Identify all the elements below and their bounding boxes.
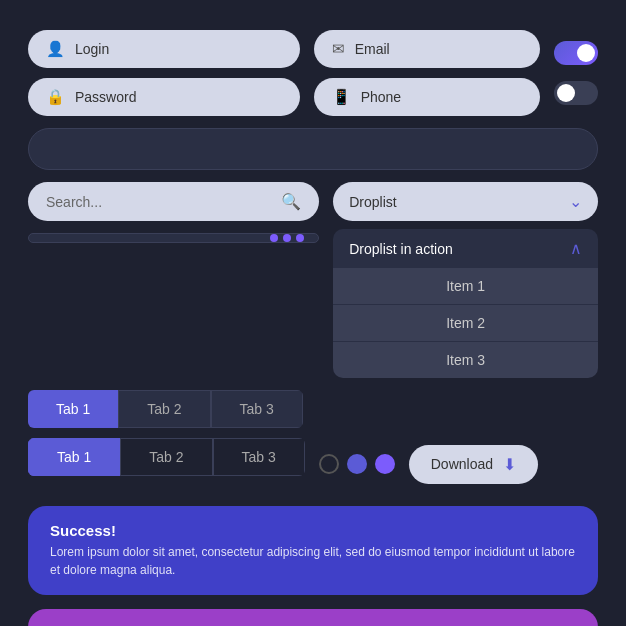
droplist-open: Droplist in action ∧ Item 1 Item 2 Item …: [333, 229, 598, 378]
progress-bar: [28, 233, 319, 243]
tabs-row-1: Tab 1 Tab 2 Tab 3: [28, 390, 303, 428]
tab-1-btn[interactable]: Tab 1: [28, 390, 118, 428]
phone-input[interactable]: 📱 Phone: [314, 78, 540, 116]
droplist-items: Item 1 Item 2 Item 3: [333, 268, 598, 378]
phone-label: Phone: [361, 89, 401, 105]
user-icon: 👤: [46, 40, 65, 58]
radio-group: [319, 454, 395, 474]
tab2-2-btn[interactable]: Tab 2: [120, 438, 212, 476]
dots-menu[interactable]: [270, 234, 304, 242]
success-body: Lorem ipsum dolor sit amet, consectetur …: [50, 543, 576, 579]
tab-2-btn[interactable]: Tab 2: [118, 390, 210, 428]
dot-2: [283, 234, 291, 242]
droplist-collapsed[interactable]: Droplist ⌄: [333, 182, 598, 221]
droplist-open-header[interactable]: Droplist in action ∧: [333, 229, 598, 268]
radio-3[interactable]: [375, 454, 395, 474]
success-title: Success!: [50, 522, 576, 539]
login-label: Login: [75, 41, 109, 57]
radio-1[interactable]: [319, 454, 339, 474]
chevron-up-icon: ∧: [570, 239, 582, 258]
password-label: Password: [75, 89, 136, 105]
warning-alert: Warning! Lorem ipsum dolor sit amet, con…: [28, 609, 598, 626]
email-icon: ✉: [332, 40, 345, 58]
droplist-open-label: Droplist in action: [349, 241, 453, 257]
search-placeholder: Search...: [46, 194, 102, 210]
droplist-item-1[interactable]: Item 1: [333, 268, 598, 305]
password-input[interactable]: 🔒 Password: [28, 78, 300, 116]
login-input[interactable]: 👤 Login: [28, 30, 300, 68]
tab-3-btn[interactable]: Tab 3: [211, 390, 303, 428]
chevron-down-icon: ⌄: [569, 192, 582, 211]
droplist-item-2[interactable]: Item 2: [333, 305, 598, 342]
download-label: Download: [431, 456, 493, 472]
radio-2[interactable]: [347, 454, 367, 474]
tab2-1-btn[interactable]: Tab 1: [28, 438, 120, 476]
lock-icon: 🔒: [46, 88, 65, 106]
email-input[interactable]: ✉ Email: [314, 30, 540, 68]
search-icon: 🔍: [281, 192, 301, 211]
download-icon: ⬇: [503, 455, 516, 474]
toggle-1[interactable]: [554, 41, 598, 65]
toggle-2[interactable]: [554, 81, 598, 105]
droplist-item-3[interactable]: Item 3: [333, 342, 598, 378]
tabs-row-2: Tab 1 Tab 2 Tab 3: [28, 438, 305, 476]
wide-input-bar[interactable]: [28, 128, 598, 170]
dot-1: [270, 234, 278, 242]
success-alert: Success! Lorem ipsum dolor sit amet, con…: [28, 506, 598, 595]
search-bar[interactable]: Search... 🔍: [28, 182, 319, 221]
tab2-3-btn[interactable]: Tab 3: [213, 438, 305, 476]
phone-icon: 📱: [332, 88, 351, 106]
droplist-label: Droplist: [349, 194, 396, 210]
email-label: Email: [355, 41, 390, 57]
download-button[interactable]: Download ⬇: [409, 445, 538, 484]
dot-3: [296, 234, 304, 242]
